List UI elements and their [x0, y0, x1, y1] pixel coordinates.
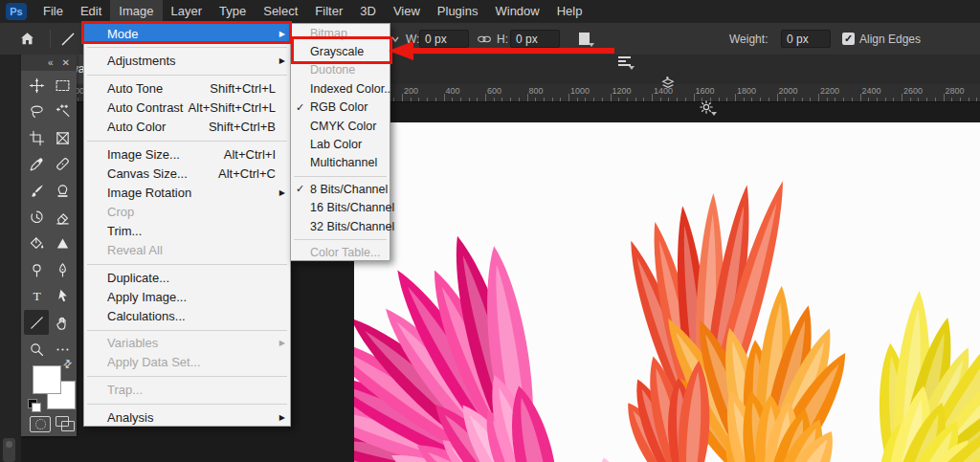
menubar-item-window[interactable]: Window — [486, 0, 547, 23]
ruler-label: 400 — [446, 86, 460, 96]
menubar-item-edit[interactable]: Edit — [72, 0, 110, 23]
image-menu-item-adjustments[interactable]: Adjustments▶ — [84, 52, 290, 71]
menubar-item-file[interactable]: File — [34, 0, 72, 23]
history-brush-tool[interactable] — [24, 205, 49, 230]
height-input[interactable]: 0 px — [510, 30, 560, 48]
magic-wand-tool[interactable] — [50, 99, 75, 124]
menu-bar-items: FileEditImageLayerTypeSelectFilter3DView… — [34, 0, 590, 23]
image-menu-item-calculations[interactable]: Calculations... — [84, 306, 290, 325]
image-menu-item-auto-tone[interactable]: Auto ToneShift+Ctrl+L — [84, 79, 290, 99]
weight-input[interactable]: 0 px — [781, 30, 831, 48]
eyedropper-tool[interactable] — [24, 152, 49, 177]
path-arrangement-button[interactable] — [657, 73, 679, 96]
ruler-label: 200 — [404, 86, 418, 96]
mode-submenu-item-label: 32 Bits/Channel — [310, 220, 394, 233]
ruler-label: 1800 — [737, 86, 756, 96]
stroke-options-button[interactable] — [572, 27, 595, 50]
menubar-item-image[interactable]: Image — [110, 0, 162, 23]
dodge-tool[interactable] — [24, 257, 49, 282]
home-button[interactable] — [19, 23, 35, 55]
move-tool[interactable] — [24, 73, 49, 98]
frame-tool[interactable] — [50, 125, 75, 150]
type-tool[interactable]: T — [24, 284, 49, 309]
hand-tool[interactable] — [50, 310, 75, 335]
image-menu-item-label: Auto Color — [107, 120, 166, 134]
menubar-item-layer[interactable]: Layer — [163, 0, 212, 23]
width-input[interactable]: 0 px — [419, 30, 469, 48]
checkmark-icon: ✓ — [296, 101, 304, 114]
ruler-label: 2800 — [946, 86, 965, 96]
menubar-item-select[interactable]: Select — [255, 0, 306, 23]
image-menu-item-apply-image[interactable]: Apply Image... — [84, 287, 290, 306]
canvas — [354, 122, 980, 462]
image-menu-item-duplicate[interactable]: Duplicate... — [84, 268, 290, 287]
image-menu-item-trim[interactable]: Trim... — [84, 221, 290, 240]
shape-tool-icon — [55, 235, 71, 252]
path-alignment-button[interactable] — [612, 50, 635, 73]
zoom-tool[interactable] — [24, 337, 49, 362]
shape-settings-button[interactable] — [695, 96, 718, 119]
menubar-item-view[interactable]: View — [385, 0, 429, 23]
mode-submenu-item-indexed-color[interactable]: Indexed Color... — [291, 79, 390, 98]
quick-mask-button[interactable] — [30, 416, 51, 432]
healing-brush-tool[interactable] — [50, 152, 75, 177]
ruler-label: 2600 — [903, 86, 923, 96]
annotation-box-grayscale — [291, 36, 392, 64]
line-tool[interactable] — [24, 310, 49, 335]
annotation-arrow-line — [412, 48, 614, 54]
ruler-label: 2000 — [779, 86, 798, 96]
clone-stamp-tool[interactable] — [50, 178, 75, 203]
crop-tool[interactable] — [24, 125, 49, 150]
collapse-panel-icon[interactable]: « — [48, 57, 54, 68]
crop-tool-icon — [29, 130, 45, 146]
checkmark-icon: ✓ — [296, 183, 304, 195]
image-menu-item-canvas-size[interactable]: Canvas Size...Alt+Ctrl+C — [84, 164, 290, 183]
ruler-label: 2200 — [820, 86, 839, 96]
weight-label: Weight: — [729, 23, 768, 55]
default-colors-icon[interactable] — [28, 399, 41, 412]
image-menu-item-analysis[interactable]: Analysis▶ — [84, 408, 290, 428]
foreground-color-swatch[interactable] — [33, 365, 61, 394]
mode-submenu-item-label: RGB Color — [310, 100, 368, 114]
screen-mode-button[interactable] — [56, 416, 75, 430]
dock-gutter — [0, 55, 21, 462]
active-tool-button[interactable] — [59, 23, 77, 55]
menubar-item-help[interactable]: Help — [548, 0, 591, 23]
align-edges-checkbox[interactable]: ✓ — [842, 23, 855, 55]
image-menu-item-label: Apply Image... — [107, 290, 187, 304]
menubar-item-filter[interactable]: Filter — [306, 0, 351, 23]
lasso-tool[interactable] — [24, 99, 49, 124]
image-menu-item-image-size[interactable]: Image Size...Alt+Ctrl+I — [84, 144, 290, 164]
edit-toolbar[interactable] — [50, 337, 75, 362]
mode-submenu-item-multichannel[interactable]: Multichannel — [291, 154, 390, 172]
mode-submenu-item-32-bits-channel[interactable]: 32 Bits/Channel — [291, 217, 390, 235]
paint-bucket-tool[interactable] — [24, 231, 49, 256]
move-tool-icon — [29, 77, 45, 94]
mode-submenu-item-cmyk-color[interactable]: CMYK Color — [291, 117, 390, 135]
brush-tool[interactable] — [24, 178, 49, 203]
path-selection-tool[interactable] — [50, 284, 75, 309]
dock-handle[interactable] — [3, 438, 15, 462]
close-panel-icon[interactable]: ✕ — [62, 57, 70, 68]
eraser-tool[interactable] — [50, 205, 75, 230]
image-menu-item-label: Canvas Size... — [107, 166, 188, 181]
mode-submenu-item-rgb-color[interactable]: ✓RGB Color — [291, 99, 390, 117]
mode-submenu-item-16-bits-channel[interactable]: 16 Bits/Channel — [291, 199, 390, 217]
image-menu-separator — [84, 372, 290, 381]
image-menu-item-image-rotation[interactable]: Image Rotation▶ — [84, 183, 290, 202]
pen-tool[interactable] — [50, 257, 75, 282]
image-menu-item-auto-color[interactable]: Auto ColorShift+Ctrl+B — [84, 118, 290, 137]
mode-submenu-item-label: 16 Bits/Channel — [310, 201, 394, 214]
mode-submenu-item-8-bits-channel[interactable]: ✓8 Bits/Channel — [291, 180, 390, 198]
image-menu-item-label: Reveal All — [107, 243, 163, 257]
menubar-item-plugins[interactable]: Plugins — [429, 0, 487, 23]
menubar-item-3d[interactable]: 3D — [351, 0, 385, 23]
image-menu-item-auto-contrast[interactable]: Auto ContrastAlt+Shift+Ctrl+L — [84, 99, 290, 118]
shape-tool[interactable] — [50, 231, 75, 256]
image-menu-item-label: Auto Tone — [107, 81, 163, 96]
mode-submenu-item-lab-color[interactable]: Lab Color — [291, 135, 390, 153]
menubar-item-type[interactable]: Type — [211, 0, 255, 23]
frame-tool-icon — [55, 130, 71, 146]
marquee-tool[interactable] — [50, 73, 75, 98]
pen-tool-icon — [55, 262, 71, 278]
